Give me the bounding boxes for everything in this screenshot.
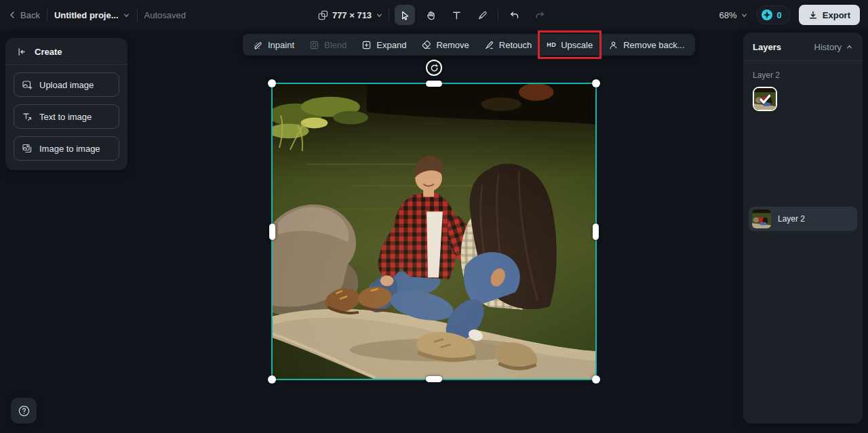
retouch-label: Retouch [499,40,532,50]
chevron-down-icon [741,12,748,19]
remove-icon [421,40,431,50]
photo-couple-by-river[interactable] [273,84,595,379]
back-label: Back [20,10,40,20]
divider [47,9,47,21]
undo-button[interactable] [504,5,524,25]
text-tool-button[interactable] [446,5,467,25]
back-button[interactable]: Back [8,10,40,20]
upscale-button[interactable]: HD Upscale [539,34,600,56]
hd-icon: HD [547,41,556,48]
image-to-image-icon [22,143,33,154]
canvas-size-value: 777 × 713 [332,10,372,20]
redo-button[interactable] [530,5,550,25]
expand-label: Expand [376,40,406,50]
layer-thumbnail [752,209,771,228]
upscale-label: Upscale [561,40,593,50]
layers-tab[interactable]: Layers [753,42,781,52]
credits-badge[interactable]: 0 [756,5,791,24]
project-name-button[interactable]: Untitled proje... [54,10,130,20]
undo-icon [509,10,519,20]
history-label: History [814,42,842,52]
remove-background-button[interactable]: Remove back... [601,34,692,56]
blend-label: Blend [324,40,347,50]
zoom-level-value: 68% [719,10,737,20]
selection-handle-top[interactable] [426,81,442,87]
topbar-right: 68% 0 Export [719,5,860,25]
cursor-icon [400,10,410,20]
create-panel: Create Upload image Text to image Image … [5,38,127,170]
export-label: Export [823,10,850,20]
layer-row-layer-2[interactable]: Layer 2 [749,207,857,231]
inpaint-icon [253,40,263,50]
rotate-icon [430,64,439,73]
hand-icon [426,10,436,20]
upload-image-icon [22,79,33,90]
help-button[interactable] [11,398,37,424]
image-to-image-label: Image to image [39,144,100,154]
blend-icon [309,40,319,50]
selection-handle-top-right[interactable] [592,79,600,87]
chevron-down-icon [123,12,130,19]
remove-background-icon [608,40,618,50]
layer-name: Layer 2 [778,214,805,224]
layers-panel-header: Layers History [743,33,863,61]
credits-count: 0 [777,10,782,20]
inpaint-label: Inpaint [268,40,294,50]
export-button[interactable]: Export [799,5,860,25]
selection-handle-left[interactable] [269,224,275,240]
history-group-label: Layer 2 [743,61,863,80]
divider [389,9,389,21]
selection-handle-top-left[interactable] [268,79,276,87]
topbar: Back Untitled proje... Autosaved 777 × 7… [0,0,868,30]
download-icon [808,10,818,20]
create-panel-header: Create [5,38,127,65]
chevron-down-icon [376,12,383,19]
blend-button[interactable]: Blend [302,34,354,56]
canvas-size-button[interactable]: 777 × 713 [318,10,383,20]
remove-label: Remove [436,40,469,50]
check-icon [754,88,776,110]
text-to-image-button[interactable]: Text to image [14,104,119,129]
zoom-level-button[interactable]: 68% [719,10,748,20]
selection-handle-bottom-right[interactable] [592,375,600,384]
rotate-handle[interactable] [426,60,442,76]
selection-handle-bottom-left[interactable] [268,375,276,384]
topbar-center: 777 × 713 [318,5,550,25]
expand-button[interactable]: Expand [354,34,414,56]
layers-panel: Layers History Layer 2 Layer 2 [743,33,863,424]
text-tool-icon [452,10,462,20]
image-to-image-button[interactable]: Image to image [14,136,119,161]
resize-icon [318,10,328,20]
expand-icon [361,40,372,50]
project-name: Untitled proje... [54,10,119,20]
inpaint-button[interactable]: Inpaint [245,34,302,56]
canvas-selected-object[interactable] [271,83,597,380]
text-to-image-icon [22,111,33,122]
retouch-button[interactable]: Retouch [477,34,539,56]
text-to-image-label: Text to image [39,112,92,122]
history-snapshot-thumbnail[interactable] [753,87,777,111]
hand-tool-button[interactable] [420,5,441,25]
collapse-panel-icon[interactable] [16,47,26,57]
history-tab[interactable]: History [814,42,853,52]
help-icon [18,405,31,417]
divider [137,9,138,21]
topbar-left: Back Untitled proje... Autosaved [8,9,186,21]
upload-image-button[interactable]: Upload image [14,73,119,97]
divider [498,9,498,21]
chevron-left-icon [8,11,16,19]
brush-icon [477,10,488,20]
brush-tool-button[interactable] [472,5,492,25]
redo-icon [535,10,545,20]
retouch-icon [484,40,494,50]
autosaved-status: Autosaved [144,10,186,20]
remove-background-label: Remove back... [623,40,684,50]
coin-icon [761,9,773,21]
create-panel-title: Create [35,47,62,57]
selection-handle-right[interactable] [593,224,599,240]
select-tool-button[interactable] [395,5,415,25]
edit-toolbar: Inpaint Blend Expand Remove Retouch HD U… [243,34,695,56]
selection-handle-bottom[interactable] [426,376,442,382]
remove-button[interactable]: Remove [414,34,476,56]
chevron-up-icon [846,43,853,51]
